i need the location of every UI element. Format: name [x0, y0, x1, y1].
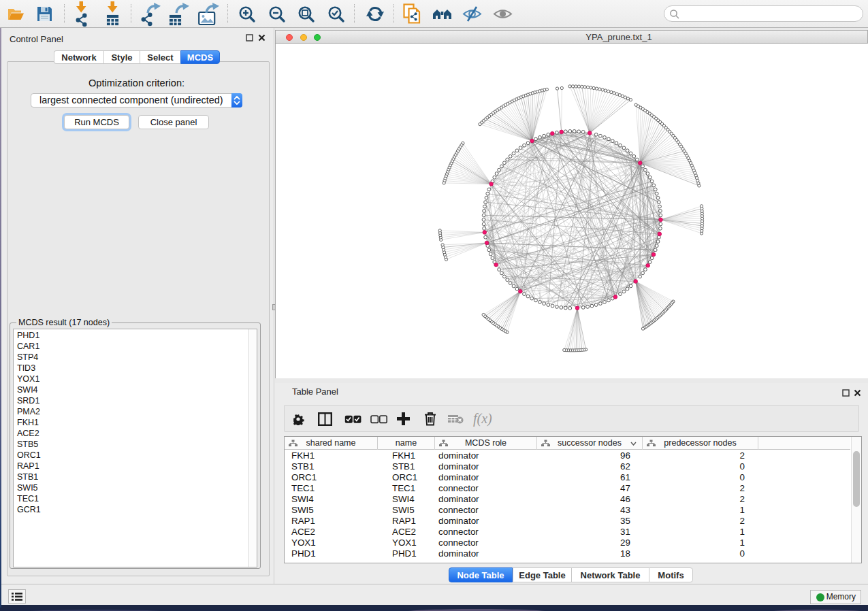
svg-text:f(x): f(x) — [473, 411, 492, 427]
